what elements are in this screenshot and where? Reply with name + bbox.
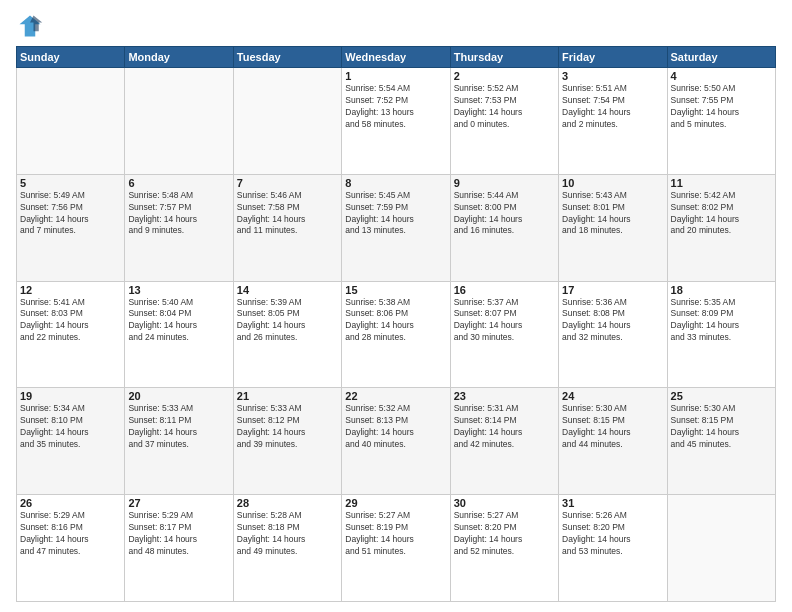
calendar-cell: 16Sunrise: 5:37 AM Sunset: 8:07 PM Dayli… <box>450 281 558 388</box>
weekday-wednesday: Wednesday <box>342 47 450 68</box>
calendar-cell: 31Sunrise: 5:26 AM Sunset: 8:20 PM Dayli… <box>559 495 667 602</box>
day-number: 26 <box>20 497 121 509</box>
calendar-cell: 7Sunrise: 5:46 AM Sunset: 7:58 PM Daylig… <box>233 174 341 281</box>
day-info: Sunrise: 5:50 AM Sunset: 7:55 PM Dayligh… <box>671 83 772 131</box>
day-info: Sunrise: 5:34 AM Sunset: 8:10 PM Dayligh… <box>20 403 121 451</box>
calendar-cell <box>667 495 775 602</box>
day-info: Sunrise: 5:27 AM Sunset: 8:19 PM Dayligh… <box>345 510 446 558</box>
day-number: 27 <box>128 497 229 509</box>
day-info: Sunrise: 5:43 AM Sunset: 8:01 PM Dayligh… <box>562 190 663 238</box>
day-info: Sunrise: 5:39 AM Sunset: 8:05 PM Dayligh… <box>237 297 338 345</box>
day-info: Sunrise: 5:46 AM Sunset: 7:58 PM Dayligh… <box>237 190 338 238</box>
week-row-5: 26Sunrise: 5:29 AM Sunset: 8:16 PM Dayli… <box>17 495 776 602</box>
calendar-cell <box>125 68 233 175</box>
calendar-cell: 3Sunrise: 5:51 AM Sunset: 7:54 PM Daylig… <box>559 68 667 175</box>
day-number: 17 <box>562 284 663 296</box>
day-number: 14 <box>237 284 338 296</box>
calendar-cell: 29Sunrise: 5:27 AM Sunset: 8:19 PM Dayli… <box>342 495 450 602</box>
logo <box>16 12 48 40</box>
calendar-cell: 18Sunrise: 5:35 AM Sunset: 8:09 PM Dayli… <box>667 281 775 388</box>
week-row-2: 5Sunrise: 5:49 AM Sunset: 7:56 PM Daylig… <box>17 174 776 281</box>
day-info: Sunrise: 5:41 AM Sunset: 8:03 PM Dayligh… <box>20 297 121 345</box>
calendar-cell: 23Sunrise: 5:31 AM Sunset: 8:14 PM Dayli… <box>450 388 558 495</box>
calendar-cell: 11Sunrise: 5:42 AM Sunset: 8:02 PM Dayli… <box>667 174 775 281</box>
day-info: Sunrise: 5:26 AM Sunset: 8:20 PM Dayligh… <box>562 510 663 558</box>
day-number: 31 <box>562 497 663 509</box>
calendar-table: SundayMondayTuesdayWednesdayThursdayFrid… <box>16 46 776 602</box>
day-info: Sunrise: 5:38 AM Sunset: 8:06 PM Dayligh… <box>345 297 446 345</box>
calendar-cell: 19Sunrise: 5:34 AM Sunset: 8:10 PM Dayli… <box>17 388 125 495</box>
day-info: Sunrise: 5:44 AM Sunset: 8:00 PM Dayligh… <box>454 190 555 238</box>
calendar-cell: 26Sunrise: 5:29 AM Sunset: 8:16 PM Dayli… <box>17 495 125 602</box>
calendar-cell: 9Sunrise: 5:44 AM Sunset: 8:00 PM Daylig… <box>450 174 558 281</box>
day-number: 24 <box>562 390 663 402</box>
day-number: 20 <box>128 390 229 402</box>
weekday-thursday: Thursday <box>450 47 558 68</box>
weekday-sunday: Sunday <box>17 47 125 68</box>
day-info: Sunrise: 5:36 AM Sunset: 8:08 PM Dayligh… <box>562 297 663 345</box>
calendar-cell: 10Sunrise: 5:43 AM Sunset: 8:01 PM Dayli… <box>559 174 667 281</box>
calendar-cell: 8Sunrise: 5:45 AM Sunset: 7:59 PM Daylig… <box>342 174 450 281</box>
day-info: Sunrise: 5:42 AM Sunset: 8:02 PM Dayligh… <box>671 190 772 238</box>
page: SundayMondayTuesdayWednesdayThursdayFrid… <box>0 0 792 612</box>
day-number: 3 <box>562 70 663 82</box>
day-info: Sunrise: 5:29 AM Sunset: 8:16 PM Dayligh… <box>20 510 121 558</box>
calendar-cell: 1Sunrise: 5:54 AM Sunset: 7:52 PM Daylig… <box>342 68 450 175</box>
day-number: 1 <box>345 70 446 82</box>
calendar-cell: 15Sunrise: 5:38 AM Sunset: 8:06 PM Dayli… <box>342 281 450 388</box>
day-number: 25 <box>671 390 772 402</box>
calendar-cell: 20Sunrise: 5:33 AM Sunset: 8:11 PM Dayli… <box>125 388 233 495</box>
calendar-cell: 22Sunrise: 5:32 AM Sunset: 8:13 PM Dayli… <box>342 388 450 495</box>
day-info: Sunrise: 5:49 AM Sunset: 7:56 PM Dayligh… <box>20 190 121 238</box>
calendar-cell: 21Sunrise: 5:33 AM Sunset: 8:12 PM Dayli… <box>233 388 341 495</box>
day-number: 16 <box>454 284 555 296</box>
day-number: 10 <box>562 177 663 189</box>
calendar-cell: 30Sunrise: 5:27 AM Sunset: 8:20 PM Dayli… <box>450 495 558 602</box>
day-info: Sunrise: 5:52 AM Sunset: 7:53 PM Dayligh… <box>454 83 555 131</box>
day-info: Sunrise: 5:45 AM Sunset: 7:59 PM Dayligh… <box>345 190 446 238</box>
day-info: Sunrise: 5:37 AM Sunset: 8:07 PM Dayligh… <box>454 297 555 345</box>
day-number: 6 <box>128 177 229 189</box>
day-info: Sunrise: 5:30 AM Sunset: 8:15 PM Dayligh… <box>671 403 772 451</box>
day-info: Sunrise: 5:32 AM Sunset: 8:13 PM Dayligh… <box>345 403 446 451</box>
weekday-friday: Friday <box>559 47 667 68</box>
day-info: Sunrise: 5:40 AM Sunset: 8:04 PM Dayligh… <box>128 297 229 345</box>
weekday-monday: Monday <box>125 47 233 68</box>
day-number: 12 <box>20 284 121 296</box>
day-number: 15 <box>345 284 446 296</box>
day-number: 29 <box>345 497 446 509</box>
day-number: 11 <box>671 177 772 189</box>
calendar-cell: 14Sunrise: 5:39 AM Sunset: 8:05 PM Dayli… <box>233 281 341 388</box>
calendar-cell: 25Sunrise: 5:30 AM Sunset: 8:15 PM Dayli… <box>667 388 775 495</box>
day-number: 9 <box>454 177 555 189</box>
day-info: Sunrise: 5:27 AM Sunset: 8:20 PM Dayligh… <box>454 510 555 558</box>
calendar-cell: 27Sunrise: 5:29 AM Sunset: 8:17 PM Dayli… <box>125 495 233 602</box>
day-info: Sunrise: 5:28 AM Sunset: 8:18 PM Dayligh… <box>237 510 338 558</box>
week-row-4: 19Sunrise: 5:34 AM Sunset: 8:10 PM Dayli… <box>17 388 776 495</box>
day-number: 2 <box>454 70 555 82</box>
day-info: Sunrise: 5:51 AM Sunset: 7:54 PM Dayligh… <box>562 83 663 131</box>
calendar-cell: 17Sunrise: 5:36 AM Sunset: 8:08 PM Dayli… <box>559 281 667 388</box>
header <box>16 12 776 40</box>
calendar-cell: 2Sunrise: 5:52 AM Sunset: 7:53 PM Daylig… <box>450 68 558 175</box>
calendar-cell <box>17 68 125 175</box>
day-number: 22 <box>345 390 446 402</box>
day-number: 19 <box>20 390 121 402</box>
calendar-cell: 12Sunrise: 5:41 AM Sunset: 8:03 PM Dayli… <box>17 281 125 388</box>
day-number: 18 <box>671 284 772 296</box>
weekday-tuesday: Tuesday <box>233 47 341 68</box>
calendar-cell: 28Sunrise: 5:28 AM Sunset: 8:18 PM Dayli… <box>233 495 341 602</box>
weekday-saturday: Saturday <box>667 47 775 68</box>
calendar-cell: 6Sunrise: 5:48 AM Sunset: 7:57 PM Daylig… <box>125 174 233 281</box>
day-info: Sunrise: 5:33 AM Sunset: 8:12 PM Dayligh… <box>237 403 338 451</box>
calendar-cell: 13Sunrise: 5:40 AM Sunset: 8:04 PM Dayli… <box>125 281 233 388</box>
day-info: Sunrise: 5:33 AM Sunset: 8:11 PM Dayligh… <box>128 403 229 451</box>
day-info: Sunrise: 5:48 AM Sunset: 7:57 PM Dayligh… <box>128 190 229 238</box>
day-info: Sunrise: 5:30 AM Sunset: 8:15 PM Dayligh… <box>562 403 663 451</box>
day-info: Sunrise: 5:35 AM Sunset: 8:09 PM Dayligh… <box>671 297 772 345</box>
day-number: 8 <box>345 177 446 189</box>
calendar-cell: 4Sunrise: 5:50 AM Sunset: 7:55 PM Daylig… <box>667 68 775 175</box>
day-info: Sunrise: 5:31 AM Sunset: 8:14 PM Dayligh… <box>454 403 555 451</box>
weekday-header-row: SundayMondayTuesdayWednesdayThursdayFrid… <box>17 47 776 68</box>
day-info: Sunrise: 5:29 AM Sunset: 8:17 PM Dayligh… <box>128 510 229 558</box>
